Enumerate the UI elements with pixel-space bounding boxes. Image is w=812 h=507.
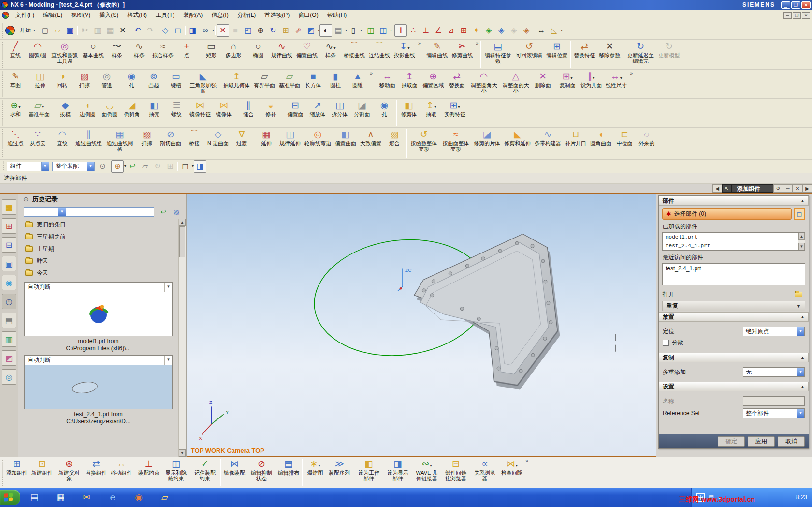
toolbar-grip[interactable] [1, 71, 3, 97]
toolbar-button[interactable]: ↺可回滚编辑 [514, 40, 544, 59]
toolbar-grip[interactable] [1, 129, 3, 158]
cut-button[interactable]: ✂ [79, 24, 91, 37]
zoom-disabled-button[interactable]: ■ [229, 24, 242, 37]
doc-restore-button[interactable]: ❐ [793, 12, 801, 19]
file-explorer-icon[interactable]: ▱ [159, 491, 171, 504]
menu-item[interactable]: 窗口(O) [294, 10, 322, 21]
part-thumbnail[interactable] [25, 365, 172, 409]
toolbar-button[interactable]: ∥通过曲线组 [73, 128, 104, 147]
toolbar-button[interactable]: ✂修剪曲线 [450, 40, 475, 59]
toolbar-button[interactable]: ↻更新延迟至编辑完 [624, 40, 656, 65]
toolbar-button[interactable]: ○基本曲线 [81, 40, 106, 59]
toolbar-button[interactable]: ⊚凸起 [143, 70, 165, 89]
toolbar-button[interactable]: ■长方体 [302, 70, 324, 89]
overflow-chevron-icon[interactable]: » [475, 40, 479, 46]
csys-orient-button[interactable]: ⊿ [445, 24, 457, 37]
toolbar-button[interactable]: ◎轮廓线弯边 [303, 128, 333, 147]
rail-cursor-icon[interactable]: ↖ [722, 184, 732, 193]
menu-item[interactable]: 格式(R) [123, 10, 151, 21]
save-button[interactable]: ▣ [64, 24, 76, 37]
chevron-down-icon[interactable]: ▾ [334, 46, 335, 50]
history-tab[interactable]: ◷ [2, 294, 16, 309]
toolbar-button[interactable]: ◧抽壳 [143, 99, 165, 118]
chevron-down-icon[interactable]: ▾ [318, 463, 320, 468]
zoom-inout-button[interactable]: ⊕ [254, 24, 267, 37]
toolbar-button[interactable]: ◎直线和圆弧工具条 [49, 40, 81, 65]
toolbar-button[interactable]: ◑回转 [51, 70, 73, 89]
overflow-chevron-icon[interactable]: » [524, 457, 529, 464]
scroll-down-icon[interactable]: ▼ [179, 449, 186, 457]
new-file-button[interactable]: ▢ [39, 24, 51, 37]
menu-item[interactable]: 信息(I) [207, 10, 232, 21]
history-folder-row[interactable]: 今天 [18, 267, 178, 279]
reuse-library-tab[interactable]: ▣ [2, 256, 16, 271]
history-back-button[interactable]: ↩ [158, 207, 169, 217]
toolbar-button[interactable]: ⌒桥接曲线 [342, 40, 367, 59]
chevron-down-icon[interactable]: ▾ [390, 28, 392, 32]
process-studio-tab[interactable]: ▤ [2, 313, 16, 328]
open-file-button[interactable]: ▱ [51, 24, 64, 37]
toolbar-button[interactable]: ◠调整圆角大小 [468, 70, 500, 95]
outlook-icon[interactable]: ✉ [80, 491, 93, 504]
toolbar-button[interactable]: ↔移动组件 [109, 457, 134, 476]
toolbar-button[interactable]: ◠圆弧/圆 [27, 40, 49, 59]
toolbar-button[interactable]: ⋈镜像特征 [188, 99, 213, 118]
toolbar-button[interactable]: ⊘剖切曲面 [158, 128, 183, 147]
toolbar-button[interactable]: ◉孔 [373, 99, 395, 118]
toolbar-button[interactable]: ↻更新模型 [656, 40, 682, 59]
display-key-button[interactable]: ✦ [470, 24, 482, 37]
restore-button[interactable]: ❐ [791, 1, 800, 9]
part-section-header[interactable]: 部件 ▲ [659, 196, 809, 206]
menu-item[interactable]: 插入(S) [95, 10, 123, 21]
toolbar-button[interactable]: ⋈▾检查间隙 [499, 457, 524, 476]
toolbar-grip[interactable] [1, 459, 3, 486]
chevron-down-icon[interactable]: ▾ [620, 76, 622, 80]
manufacturing-wizard-tab[interactable]: ▥ [2, 331, 16, 347]
sync-view-button[interactable]: ◈ [482, 24, 495, 37]
menu-item[interactable]: 装配(A) [179, 10, 207, 21]
csys-constructor-button[interactable]: ∴ [407, 24, 420, 37]
cancel-button[interactable]: 取消 [778, 436, 805, 447]
loaded-part-row[interactable]: model1.prt [663, 233, 798, 241]
positioning-combo[interactable]: 绝对原点 ▼ [743, 327, 805, 336]
preview-image-button[interactable]: ▨ [171, 207, 182, 217]
constraint-navigator-tab[interactable]: ⊞ [2, 218, 16, 234]
scroll-up-icon[interactable]: ▲ [179, 219, 186, 226]
toolbar-button[interactable]: ⊞▾实例特征 [442, 99, 467, 118]
assembly-navigator-tab[interactable]: ▦ [2, 199, 16, 215]
paste-button[interactable]: ▦ [104, 24, 116, 37]
toolbar-button[interactable]: ⊕▾求和 [4, 99, 27, 118]
edit-section-button[interactable]: ◫ [377, 24, 390, 37]
scroll-down-icon[interactable]: ▼ [798, 243, 805, 250]
chevron-down-icon[interactable]: ▾ [430, 463, 432, 468]
toolbar-button[interactable]: ▦通过曲线网格 [104, 128, 136, 153]
interpart-link-icon[interactable]: ⊙ [96, 160, 109, 173]
toolbar-button[interactable]: ▭键槽 [165, 70, 187, 89]
transform-button[interactable]: ◇ [159, 24, 172, 37]
nx-icon[interactable]: ◉ [132, 491, 145, 504]
toolbar-button[interactable]: ⋈镜像体 [213, 99, 235, 118]
toolbar-button[interactable]: ✎编辑曲线 [424, 40, 450, 59]
toolbar-grip[interactable] [1, 41, 3, 68]
measure-angle-button[interactable]: ◺ [548, 24, 560, 37]
toolbar-button[interactable]: ↥抽取面 [398, 70, 420, 89]
toolbar-button[interactable]: ⌒连结曲线 [367, 40, 392, 59]
multiple-add-combo[interactable]: 无 ▼ [743, 367, 805, 377]
toolbar-button[interactable]: ∿样条 [128, 40, 150, 59]
toolbar-button[interactable]: ⊛新建父对象 [55, 457, 84, 482]
find-button[interactable]: ∞ [199, 24, 212, 37]
toolbar-button[interactable]: ▭矩形 [200, 40, 222, 59]
select-display-button[interactable]: ◈ [508, 24, 520, 37]
toolbar-button[interactable]: ▤编辑排布 [276, 457, 301, 476]
toolbar-button[interactable]: ∗▾爆炸图 [304, 457, 327, 476]
hd3d-tools-tab[interactable]: ◉ [2, 275, 16, 290]
visualization-button[interactable]: ▤ [332, 24, 345, 37]
chevron-down-icon[interactable]: ▼ [797, 368, 804, 376]
toolbar-button[interactable]: ∝关系浏览器 [470, 457, 499, 482]
toolbar-button[interactable]: ▱▾基准平面 [27, 99, 52, 118]
roles-tab[interactable]: ◩ [2, 350, 16, 366]
toolbar-button[interactable]: ⇄替换面 [446, 70, 468, 89]
toolbar-button[interactable]: ◡面倒圆 [99, 99, 121, 118]
scrollbar-thumb[interactable] [179, 226, 185, 257]
toolbar-button[interactable]: ∵从点云 [27, 128, 49, 147]
